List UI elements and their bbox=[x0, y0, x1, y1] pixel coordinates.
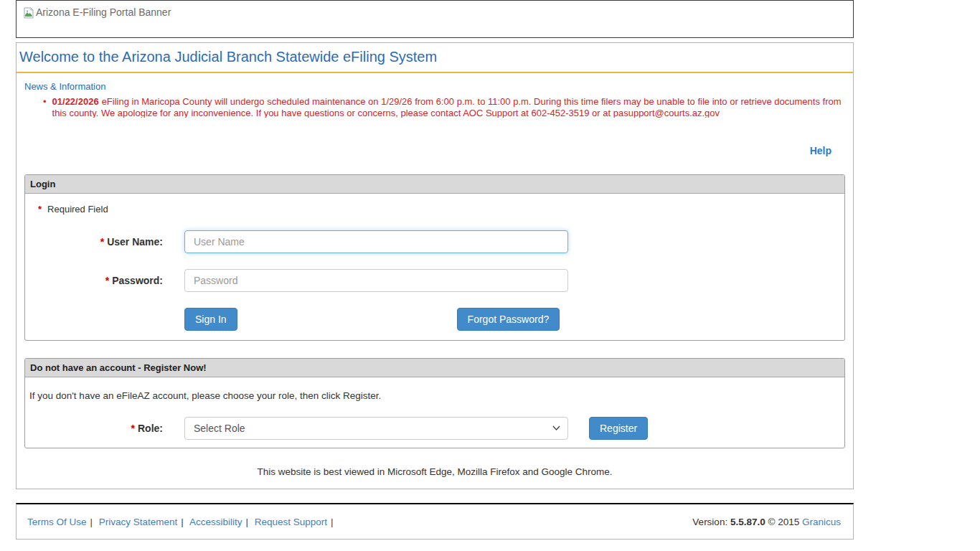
register-instructions: If you don't have an eFileAZ account, pl… bbox=[29, 390, 844, 401]
page-title: Welcome to the Arizona Judicial Branch S… bbox=[17, 43, 853, 73]
news-item: • 01/22/2026eFiling in Maricopa County w… bbox=[24, 96, 846, 118]
link-separator: | bbox=[181, 517, 184, 527]
banner-broken-image: Arizona E-Filing Portal Banner bbox=[23, 6, 171, 21]
browser-notice: This website is best viewed in Microsoft… bbox=[17, 466, 853, 477]
required-asterisk: * bbox=[105, 275, 109, 286]
help-row: Help bbox=[17, 145, 831, 157]
main-content: Welcome to the Arizona Judicial Branch S… bbox=[16, 42, 854, 489]
required-asterisk: * bbox=[100, 236, 104, 248]
username-input[interactable] bbox=[184, 230, 568, 253]
role-row: *Role: Select Role Register bbox=[25, 417, 844, 440]
news-list: • 01/22/2026eFiling in Maricopa County w… bbox=[24, 96, 846, 118]
password-row: *Password: bbox=[25, 269, 844, 292]
login-panel-header: Login bbox=[25, 175, 844, 194]
password-label: *Password: bbox=[25, 275, 163, 286]
username-row: *User Name: bbox=[25, 230, 844, 253]
register-panel: Do not have an account - Register Now! I… bbox=[24, 358, 845, 448]
password-input[interactable] bbox=[184, 269, 568, 292]
sign-in-button[interactable]: Sign In bbox=[184, 308, 237, 331]
broken-image-icon bbox=[23, 6, 36, 21]
banner: Arizona E-Filing Portal Banner bbox=[16, 0, 854, 38]
granicus-link[interactable]: Granicus bbox=[802, 517, 841, 527]
link-separator: | bbox=[245, 517, 248, 527]
terms-of-use-link[interactable]: Terms Of Use bbox=[27, 517, 87, 527]
login-panel: Login *Required Field *User Name: *Passw… bbox=[24, 174, 845, 341]
copyright-text: © 2015 bbox=[768, 517, 799, 527]
footer-links: Terms Of Use| Privacy Statement| Accessi… bbox=[27, 517, 337, 527]
login-buttons-row: Sign In Forgot Password? bbox=[25, 308, 844, 331]
request-support-link[interactable]: Request Support bbox=[255, 517, 327, 527]
help-link[interactable]: Help bbox=[810, 145, 831, 156]
news-heading: News & Information bbox=[24, 81, 853, 92]
version-info: Version: 5.5.87.0 © 2015 Granicus bbox=[692, 517, 841, 527]
news-item-body: eFiling in Maricopa County will undergo … bbox=[52, 96, 842, 118]
register-button[interactable]: Register bbox=[589, 417, 648, 440]
accessibility-link[interactable]: Accessibility bbox=[189, 517, 242, 527]
role-select[interactable]: Select Role bbox=[184, 417, 568, 440]
role-label: *Role: bbox=[25, 423, 163, 434]
register-panel-header: Do not have an account - Register Now! bbox=[25, 359, 844, 377]
required-asterisk: * bbox=[38, 204, 42, 215]
bullet-icon: • bbox=[43, 96, 47, 118]
banner-alt-text: Arizona E-Filing Portal Banner bbox=[36, 6, 171, 18]
version-label: Version: bbox=[692, 517, 727, 527]
forgot-password-button[interactable]: Forgot Password? bbox=[457, 308, 560, 331]
news-item-text: 01/22/2026eFiling in Maricopa County wil… bbox=[52, 96, 846, 118]
required-field-note: *Required Field bbox=[38, 204, 844, 215]
version-number: 5.5.87.0 bbox=[730, 517, 765, 527]
required-asterisk: * bbox=[131, 423, 135, 434]
required-field-label: Required Field bbox=[47, 204, 108, 215]
news-item-date: 01/22/2026 bbox=[52, 96, 99, 107]
username-label: *User Name: bbox=[25, 236, 163, 248]
footer: Terms Of Use| Privacy Statement| Accessi… bbox=[16, 503, 854, 540]
link-separator: | bbox=[90, 517, 93, 527]
link-separator: | bbox=[331, 517, 334, 527]
page-container: Arizona E-Filing Portal Banner Welcome t… bbox=[16, 0, 854, 540]
privacy-statement-link[interactable]: Privacy Statement bbox=[99, 517, 178, 527]
